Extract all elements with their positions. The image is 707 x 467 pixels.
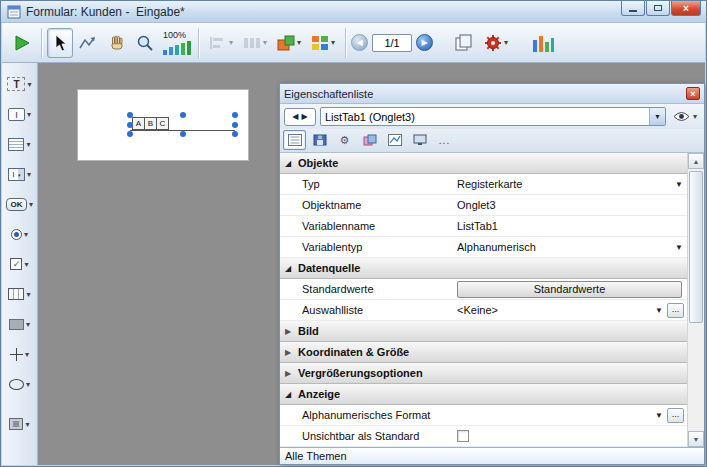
chevron-down-icon: ▾ bbox=[504, 38, 508, 47]
auswahlliste-ellipsis-button[interactable]: ... bbox=[667, 303, 684, 318]
scroll-up-button[interactable]: ▲ bbox=[688, 153, 704, 169]
zoom-level-control[interactable]: 100% bbox=[163, 31, 193, 55]
tool-buttongrid[interactable]: ▾ bbox=[3, 279, 37, 309]
tab-chart[interactable] bbox=[383, 130, 406, 150]
prev-object-icon[interactable]: ◀ bbox=[292, 112, 298, 121]
chevron-down-icon[interactable]: ▾ bbox=[26, 380, 30, 389]
minimize-button[interactable] bbox=[621, 1, 645, 16]
titlebar[interactable]: Formular: Kunden - Eingabe* × bbox=[1, 1, 706, 23]
list-editor-button[interactable] bbox=[527, 28, 559, 58]
chevron-down-icon[interactable]: ▾ bbox=[26, 140, 30, 149]
previous-page-button[interactable]: ◀ bbox=[351, 34, 368, 51]
zoom-tool-button[interactable] bbox=[131, 28, 159, 58]
selection-handle[interactable] bbox=[127, 122, 133, 128]
tool-radio[interactable]: ▾ bbox=[3, 219, 37, 249]
zoom-bars-icon bbox=[163, 41, 193, 55]
object-selector-dropdown[interactable]: ListTab1 (Onglet3) ▼ bbox=[320, 107, 666, 126]
hand-tool-button[interactable] bbox=[103, 28, 131, 58]
form-properties-button[interactable]: ▾ bbox=[479, 28, 513, 58]
tab-properties-list[interactable] bbox=[283, 130, 306, 150]
selection-handle[interactable] bbox=[180, 112, 186, 118]
chevron-down-icon[interactable]: ▾ bbox=[26, 320, 30, 329]
chevron-down-icon[interactable]: ▾ bbox=[24, 230, 28, 239]
section-datenquelle[interactable]: ◢ Datenquelle bbox=[280, 258, 687, 279]
variablenname-field[interactable]: ListTab1 bbox=[457, 216, 687, 236]
scrollbar-thumb[interactable] bbox=[689, 171, 703, 323]
object-nav-control[interactable]: ◀ ▶ bbox=[284, 108, 316, 126]
form-page[interactable]: A B C bbox=[77, 89, 249, 161]
tool-text[interactable]: T ▾ bbox=[3, 69, 37, 99]
next-object-icon[interactable]: ▶ bbox=[302, 112, 308, 121]
typ-dropdown[interactable]: Registerkarte ▼ bbox=[457, 174, 687, 194]
tab-objects[interactable] bbox=[358, 130, 381, 150]
pages-button[interactable] bbox=[449, 28, 479, 58]
tool-plugin[interactable]: ▾ bbox=[3, 409, 37, 439]
maximize-button[interactable] bbox=[646, 1, 670, 16]
tab-more[interactable]: ... bbox=[433, 130, 456, 150]
collapsed-icon: ▶ bbox=[285, 327, 297, 336]
tool-combobox[interactable]: I▾ ▾ bbox=[3, 159, 37, 189]
selection-handle[interactable] bbox=[232, 112, 238, 118]
unsichtbar-checkbox[interactable] bbox=[457, 430, 469, 442]
tab-display[interactable] bbox=[408, 130, 431, 150]
section-bild[interactable]: ▶ Bild bbox=[280, 321, 687, 342]
tool-oval[interactable]: ▾ bbox=[3, 369, 37, 399]
run-form-button[interactable] bbox=[8, 28, 36, 58]
tab-data[interactable] bbox=[308, 130, 331, 150]
chevron-down-icon[interactable]: ▾ bbox=[25, 420, 29, 429]
tool-line[interactable]: ▾ bbox=[3, 339, 37, 369]
align-tool-button[interactable]: ▾ bbox=[204, 28, 238, 58]
chevron-down-icon[interactable]: ▾ bbox=[27, 170, 31, 179]
objektname-field[interactable]: Onglet3 bbox=[457, 195, 687, 215]
panel-close-button[interactable]: × bbox=[686, 87, 700, 100]
selection-handle[interactable] bbox=[180, 131, 186, 137]
play-icon bbox=[13, 34, 31, 52]
tool-listbox[interactable]: ▾ bbox=[3, 129, 37, 159]
selection-handle[interactable] bbox=[232, 122, 238, 128]
format-dropdown[interactable]: ▼ ... bbox=[457, 405, 687, 425]
next-page-button[interactable]: ▶ bbox=[416, 34, 433, 51]
matrix-icon bbox=[311, 35, 329, 51]
entry-order-tool-button[interactable] bbox=[73, 28, 103, 58]
selected-object-label: ListTab1 (Onglet3) bbox=[321, 111, 649, 123]
standardwerte-button[interactable]: Standardwerte bbox=[457, 281, 682, 298]
select-tool-button[interactable] bbox=[47, 28, 73, 58]
property-list-header[interactable]: Eigenschaftenliste × bbox=[280, 84, 704, 104]
themes-filter-bar[interactable]: Alle Themen bbox=[280, 447, 704, 464]
tab-control-object[interactable]: A B C bbox=[130, 115, 235, 135]
visibility-options-button[interactable]: ▾ bbox=[670, 107, 700, 126]
close-button[interactable]: × bbox=[671, 1, 701, 16]
level-tool-button[interactable]: ▾ bbox=[272, 28, 306, 58]
section-koordinaten[interactable]: ▶ Koordinaten & Größe bbox=[280, 342, 687, 363]
chevron-down-icon[interactable]: ▾ bbox=[24, 260, 28, 269]
scroll-down-button[interactable]: ▼ bbox=[688, 431, 704, 447]
chevron-down-icon[interactable]: ▾ bbox=[27, 110, 31, 119]
chevron-down-icon[interactable]: ▾ bbox=[26, 290, 30, 299]
tool-rectangle[interactable]: ▾ bbox=[3, 309, 37, 339]
section-objekte[interactable]: ◢ Objekte bbox=[280, 153, 687, 174]
chevron-down-icon[interactable]: ▾ bbox=[25, 350, 29, 359]
tab-c[interactable]: C bbox=[156, 117, 169, 130]
selection-handle[interactable] bbox=[127, 131, 133, 137]
tool-button[interactable]: OK ▾ bbox=[3, 189, 37, 219]
prop-row-format: Alphanumerisches Format ▼ ... bbox=[280, 405, 687, 426]
format-ellipsis-button[interactable]: ... bbox=[667, 408, 684, 423]
auswahlliste-dropdown[interactable]: <Keine> ▼ ... bbox=[457, 300, 687, 320]
selection-handle[interactable] bbox=[127, 112, 133, 118]
layers-icon bbox=[277, 35, 295, 51]
grid-tool-button[interactable]: ▾ bbox=[306, 28, 340, 58]
dropdown-button[interactable]: ▼ bbox=[649, 108, 665, 125]
prop-row-typ: Typ Registerkarte ▼ bbox=[280, 174, 687, 195]
chevron-down-icon[interactable]: ▾ bbox=[29, 200, 33, 209]
section-vergroesserung[interactable]: ▶ Vergrößerungsoptionen bbox=[280, 363, 687, 384]
section-anzeige[interactable]: ◢ Anzeige bbox=[280, 384, 687, 405]
scrollbar-track[interactable] bbox=[688, 169, 704, 431]
tool-checkbox[interactable]: ✓ ▾ bbox=[3, 249, 37, 279]
distribute-tool-button[interactable]: ▾ bbox=[238, 28, 272, 58]
tool-input[interactable]: I ▾ bbox=[3, 99, 37, 129]
arrow-left-icon: ◀ bbox=[356, 38, 362, 47]
tab-settings[interactable]: ⚙ bbox=[333, 130, 356, 150]
chevron-down-icon[interactable]: ▾ bbox=[27, 80, 31, 89]
variablentyp-dropdown[interactable]: Alphanumerisch ▼ bbox=[457, 237, 687, 257]
selection-handle[interactable] bbox=[232, 131, 238, 137]
